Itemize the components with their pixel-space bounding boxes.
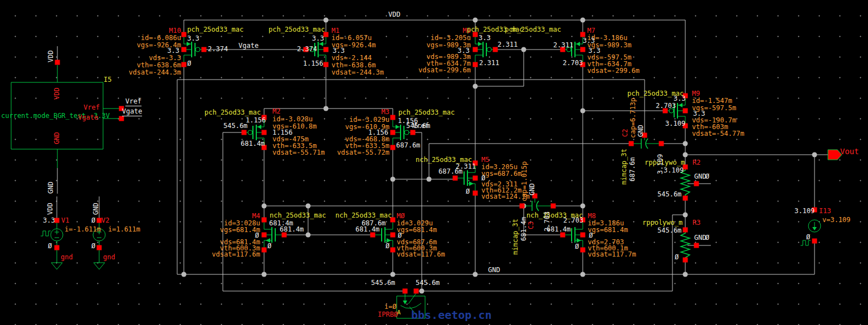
- c3-cell: mimcap_3t: [512, 219, 519, 255]
- probe-right-voltage: 545.6m: [416, 279, 440, 287]
- m2-gate-voltage: 545.6m: [223, 122, 247, 130]
- v2-bottom-voltage: Ø: [91, 243, 95, 250]
- v2-name: V2: [101, 217, 109, 224]
- i13-value: v=3.109: [822, 216, 851, 224]
- vout-port-label: Vout: [840, 148, 859, 155]
- m1-cell: pch_25od33_mac: [269, 26, 325, 33]
- m3-cell: pch_25od33_mac: [398, 109, 455, 116]
- c3-cap: cap=1.015p: [521, 161, 528, 201]
- m0-source-voltage: Ø: [386, 243, 389, 250]
- m8-source-voltage: Ø: [575, 243, 579, 250]
- vdd-rail-label: VDD: [388, 11, 401, 18]
- m6-source-voltage: 3.3: [479, 35, 491, 42]
- c2-cap: cap=6.713p: [630, 98, 637, 138]
- probe-left-voltage: 545.6m: [371, 279, 395, 287]
- block-gnd-port: GND: [47, 181, 55, 194]
- i13-top-voltage: 3.109: [794, 208, 815, 215]
- m10-drain-voltage: Ø: [187, 60, 191, 67]
- watermark: bbs.eetop.cn: [411, 312, 492, 319]
- r2-top-voltage: 3.109: [664, 167, 684, 174]
- vref-net-label: Vref: [413, 122, 429, 130]
- m5-source-voltage: Ø: [466, 188, 470, 195]
- v2-net: GND: [92, 203, 100, 215]
- m9-vdsat: vdsat=-54.77m: [692, 130, 744, 137]
- r3-name: R3: [693, 219, 700, 226]
- c2-cell: mimcap_3t: [621, 149, 628, 185]
- m0-gate-voltage: 681.4m: [355, 226, 379, 233]
- i13-bottom-voltage: Ø: [806, 234, 810, 241]
- m2-cell: pch_25od33_mac: [204, 109, 261, 116]
- m7-cell: pch_25od33_mac: [505, 26, 561, 33]
- m7-source-voltage: 3.3: [583, 37, 595, 45]
- v2-gnd: gnd: [103, 254, 115, 261]
- m3-drain-voltage: 687.6m: [396, 142, 420, 149]
- m9-gate-voltage: 2.703: [656, 102, 676, 110]
- c2-left-voltage: 687.6m: [629, 157, 636, 181]
- r3-top-voltage: 545.6m: [657, 227, 681, 234]
- probe-name: IPRBØ: [378, 311, 398, 318]
- m3-name: M3: [382, 109, 389, 116]
- m2-drain-voltage: 681.4m: [241, 140, 265, 147]
- c2-gnd-net: GND: [637, 125, 645, 137]
- annotation-layer: VDDGNDVgateM10id=-6.086uvgs=-926.4m3.3vd…: [0, 0, 868, 325]
- m8-vgs: vgs=681.4m: [588, 226, 628, 234]
- m4-source-voltage: Ø: [267, 243, 271, 250]
- m6-gate-voltage: 2.311: [498, 41, 518, 48]
- c3-right-voltage: 2.703: [544, 211, 551, 232]
- block-port-vgate: Vgate: [122, 108, 142, 116]
- m0-vgs: vgs=681.4m: [397, 226, 437, 234]
- m4-gate-voltage: 681.4m: [280, 226, 304, 233]
- m1-drain-voltage: 1.156: [303, 60, 323, 67]
- block-pin-vgate: Vgate: [78, 114, 98, 121]
- m8-drain-voltage: 2.703: [563, 217, 583, 224]
- r2-sub-voltage: Ø: [705, 173, 709, 180]
- block-pin-vref: Vref: [84, 104, 100, 111]
- i13-name: I13: [819, 208, 831, 215]
- m7-gate-voltage: 2.311: [553, 42, 573, 49]
- m7-drain-voltage: 2.703: [563, 60, 583, 67]
- r3-cell: rppolywo_m: [642, 219, 682, 226]
- r3-sub-net: GND: [694, 234, 706, 242]
- v2-top-voltage: Ø: [91, 217, 95, 224]
- m10-source-voltage: 3.3: [187, 35, 199, 42]
- m4-vgs: vgs=681.4m: [220, 226, 260, 234]
- block-pin-gnd: GND: [53, 132, 61, 144]
- r2-cell: rppolywo_m: [645, 159, 685, 166]
- c2-name: C2: [622, 129, 629, 137]
- m8-vdsat: vdsat=117.7m: [588, 251, 636, 258]
- v1-bottom-voltage: Ø: [48, 243, 52, 250]
- v1-gnd: gnd: [61, 254, 73, 261]
- m10-gate-voltage: 2.374: [208, 46, 228, 53]
- m1-vdsat: vdsat=-244.3m: [331, 69, 384, 76]
- m10-vdsat: vdsat=-244.3m: [129, 69, 181, 76]
- m0-cell: nch_25od33_mac: [335, 212, 392, 219]
- v1-current: i=-1.611m: [65, 226, 101, 233]
- c2-right-voltage: 3.109: [657, 154, 664, 174]
- m10-cell: pch_25od33_mac: [187, 26, 243, 33]
- m4-vdsat: vdsat=117.6m: [212, 251, 260, 258]
- r2-bottom-voltage: 545.6m: [657, 191, 681, 198]
- block-port-vref: Vref: [125, 98, 142, 106]
- r2-sub-net: GND: [694, 173, 706, 180]
- vgate-net-label: Vgate: [238, 42, 259, 50]
- block-pin-vdd: VDD: [53, 87, 61, 100]
- v1-top-voltage: 3.3: [43, 217, 55, 224]
- probe-current: i=Ø: [384, 303, 397, 311]
- block-name: I5: [104, 76, 111, 83]
- c3-gnd-net: GND: [529, 183, 536, 195]
- r3-sub-voltage: Ø: [705, 234, 709, 242]
- block-vdd-port: VDD: [47, 50, 55, 62]
- m2-name: M2: [272, 108, 280, 115]
- m4-cell: nch_25od33_mac: [270, 212, 326, 219]
- m6-drain-voltage: 2.311: [479, 60, 499, 67]
- m1-source-voltage: 3.3: [312, 35, 324, 42]
- gnd-rail-label: GND: [488, 267, 500, 274]
- c3-name: C3: [528, 221, 535, 229]
- m1-gate-voltage: 2.374: [297, 46, 317, 53]
- m2-vdsat: vdsat=-55.71m: [272, 149, 325, 156]
- r3-bottom-voltage: Ø: [675, 254, 679, 261]
- m7-vdsat: vdsat=-299.6m: [587, 67, 640, 75]
- v2-current: i=1.611m: [108, 226, 140, 233]
- m0-vdsat: vdsat=117.6m: [397, 251, 445, 258]
- m3-vdsat: vdsat=-55.72m: [337, 149, 389, 156]
